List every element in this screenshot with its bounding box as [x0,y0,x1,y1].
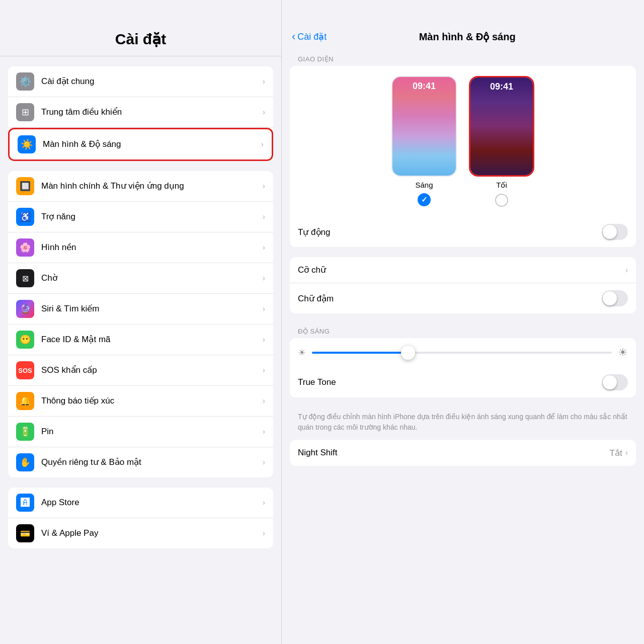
brightness-row: ☀ ☀ [290,338,636,367]
wallet-label: Ví & Apple Pay [41,528,263,539]
appstore-chevron: › [263,498,265,507]
dark-theme-name: Tối [496,181,507,190]
bold-toggle[interactable] [602,290,628,306]
back-chevron-icon: ‹ [292,30,295,43]
true-tone-toggle[interactable] [602,374,628,390]
control-center-chevron: › [263,108,265,117]
settings-item-accessibility[interactable]: ♿ Trợ năng › [8,202,273,232]
left-title: Cài đặt [10,30,271,48]
siri-chevron: › [263,304,265,313]
left-header: Cài đặt [0,0,281,56]
settings-right-panel: ‹ Cài đặt Màn hình & Độ sáng GIAO DIỆN 0… [282,0,644,644]
brightness-slider-track[interactable] [312,352,612,354]
dark-phone-preview: 09:41 [469,76,534,177]
wallpaper-icon: 🌸 [16,238,34,257]
settings-item-appstore[interactable]: 🅰 App Store › [8,488,273,518]
settings-list: ⚙️ Cài đặt chung › ⊞ Trung tâm điều khiể… [0,56,281,644]
settings-item-sos[interactable]: SOS SOS khẩn cấp › [8,355,273,386]
auto-toggle[interactable] [602,224,628,240]
right-header: ‹ Cài đặt Màn hình & Độ sáng [282,0,644,51]
standby-label: Chờ [41,273,263,284]
settings-item-siri[interactable]: 🔮 Siri & Tìm kiếm › [8,294,273,325]
appstore-label: App Store [41,497,263,508]
auto-row: Tự động [290,217,636,247]
brightness-high-icon: ☀ [618,346,628,359]
settings-item-control-center[interactable]: ⊞ Trung tâm điều khiển › [8,97,273,128]
general-chevron: › [263,77,265,86]
settings-group-1: ⚙️ Cài đặt chung › ⊞ Trung tâm điều khiể… [8,66,273,161]
light-theme-radio[interactable] [418,193,431,206]
sos-chevron: › [263,366,265,375]
night-shift-card: Night Shift Tắt › [290,440,636,466]
night-shift-label: Night Shift [298,448,610,458]
back-button[interactable]: ‹ Cài đặt [292,30,327,43]
accessibility-icon: ♿ [16,208,34,226]
settings-item-standby[interactable]: ⊠ Chờ › [8,263,273,294]
bold-label: Chữ đậm [298,293,602,304]
display-label: Màn hình & Độ sáng [43,139,261,150]
accessibility-chevron: › [263,212,265,221]
back-label: Cài đặt [297,31,327,42]
control-center-label: Trung tâm điều khiển [41,107,263,118]
battery-chevron: › [263,427,265,436]
brightness-low-icon: ☀ [298,347,306,358]
night-shift-value: Tắt [610,448,622,458]
brightness-slider-thumb[interactable] [401,346,415,360]
true-tone-row: True Tone [290,367,636,397]
settings-item-wallet[interactable]: 💳 Ví & Apple Pay › [8,518,273,548]
notifications-icon: 🔔 [16,392,34,410]
theme-picker: 09:41 Sáng 09:41 Tối [290,66,636,217]
settings-item-wallpaper[interactable]: 🌸 Hình nền › [8,232,273,263]
home-screen-chevron: › [263,182,265,191]
faceid-chevron: › [263,335,265,344]
light-phone-preview: 09:41 [391,76,457,177]
settings-item-general[interactable]: ⚙️ Cài đặt chung › [8,66,273,97]
auto-label: Tự động [298,227,602,237]
settings-group-3: 🅰 App Store › 💳 Ví & Apple Pay › [8,488,273,548]
wallpaper-chevron: › [263,243,265,252]
accessibility-label: Trợ năng [41,211,263,222]
font-size-row[interactable]: Cỡ chữ › [290,257,636,283]
battery-label: Pin [41,426,263,437]
notifications-chevron: › [263,396,265,406]
display-chevron: › [261,140,264,149]
settings-item-faceid[interactable]: 😶 Face ID & Mật mã › [8,325,273,355]
appearance-section-label: GIAO DIỆN [290,51,636,66]
standby-icon: ⊠ [16,269,34,287]
sos-label: SOS khẩn cấp [41,365,263,376]
privacy-chevron: › [263,458,265,467]
theme-light-option[interactable]: 09:41 Sáng [391,76,457,207]
theme-dark-option[interactable]: 09:41 Tối [469,76,534,207]
true-tone-description: Tự động điều chỉnh màn hình iPhone dựa t… [290,408,636,440]
font-size-chevron: › [625,266,628,275]
settings-item-notifications[interactable]: 🔔 Thông báo tiếp xúc › [8,386,273,417]
home-screen-icon: 🔲 [16,177,34,195]
standby-chevron: › [263,274,265,283]
settings-item-battery[interactable]: 🔋 Pin › [8,417,273,447]
settings-item-home-screen[interactable]: 🔲 Màn hình chính & Thư viện ứng dụng › [8,171,273,202]
sos-icon: SOS [16,361,34,379]
font-size-label: Cỡ chữ [298,265,625,275]
appstore-icon: 🅰 [16,494,34,512]
dark-theme-radio[interactable] [495,194,508,207]
settings-item-privacy[interactable]: ✋ Quyền riêng tư & Bảo mật › [8,447,273,477]
siri-label: Siri & Tìm kiếm [41,303,263,314]
brightness-slider-fill [312,352,408,354]
right-content: GIAO DIỆN 09:41 Sáng 09:41 [282,51,644,644]
appearance-card: 09:41 Sáng 09:41 Tối Tự động [290,66,636,247]
privacy-label: Quyền riêng tư & Bảo mật [41,457,263,468]
settings-item-display[interactable]: ☀️ Màn hình & Độ sáng › [8,128,273,161]
text-card: Cỡ chữ › Chữ đậm [290,257,636,313]
light-theme-name: Sáng [415,181,433,189]
general-label: Cài đặt chung [41,76,263,87]
general-icon: ⚙️ [16,72,34,91]
night-shift-row[interactable]: Night Shift Tắt › [290,440,636,466]
night-shift-chevron: › [625,448,628,457]
right-title: Màn hình & Độ sáng [331,31,604,43]
settings-group-2: 🔲 Màn hình chính & Thư viện ứng dụng › ♿… [8,171,273,477]
display-icon: ☀️ [18,135,36,153]
brightness-card: ☀ ☀ True Tone [290,338,636,397]
wallet-chevron: › [263,529,265,538]
siri-icon: 🔮 [16,300,34,318]
light-status-time: 09:41 [392,77,456,95]
